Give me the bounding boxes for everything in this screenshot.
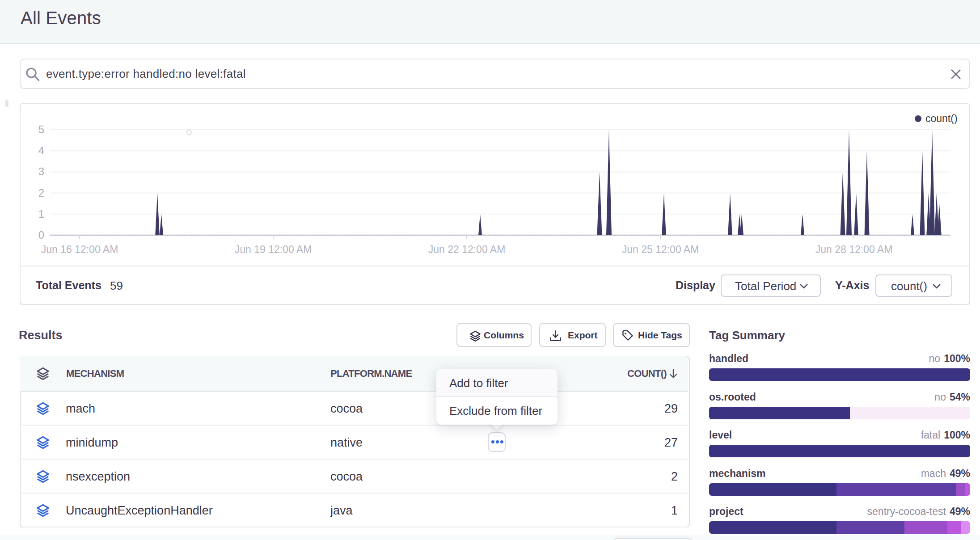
svg-text:3: 3	[38, 165, 44, 177]
svg-text:Jun 25 12:00 AM: Jun 25 12:00 AM	[622, 244, 699, 255]
svg-text:5: 5	[38, 123, 44, 135]
svg-text:2: 2	[38, 187, 44, 199]
svg-text:Jun 22 12:00 AM: Jun 22 12:00 AM	[428, 244, 506, 255]
svg-text:4: 4	[38, 144, 44, 156]
svg-text:Jun 16 12:00 AM: Jun 16 12:00 AM	[41, 244, 118, 255]
svg-text:Jun 28 12:00 AM: Jun 28 12:00 AM	[815, 244, 893, 255]
svg-text:1: 1	[38, 208, 44, 220]
svg-text:Jun 19 12:00 AM: Jun 19 12:00 AM	[235, 244, 312, 255]
svg-text:0: 0	[38, 229, 44, 241]
